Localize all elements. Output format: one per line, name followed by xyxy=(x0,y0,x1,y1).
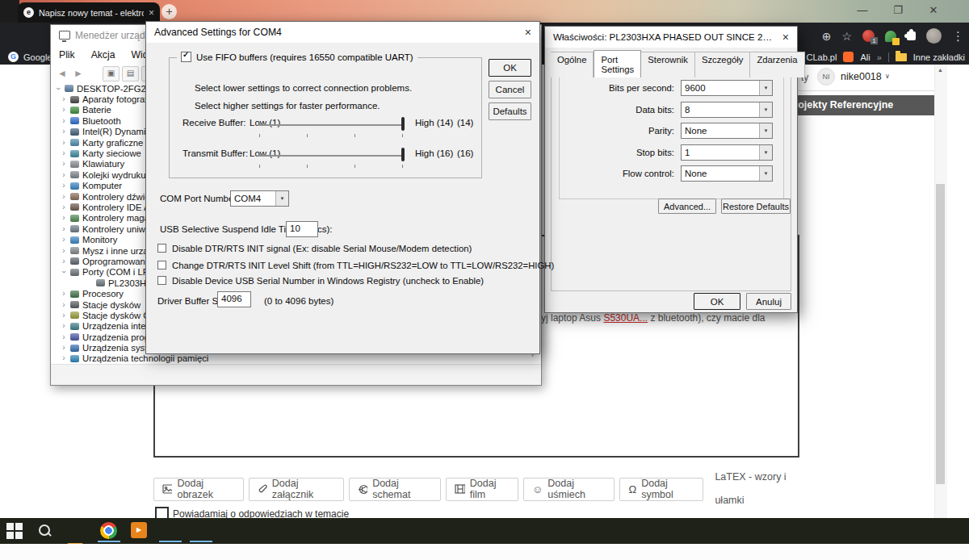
tree-chevron-icon[interactable] xyxy=(61,225,67,233)
dropdown-arrow-icon[interactable]: ▼ xyxy=(759,145,772,160)
dropdown-arrow-icon[interactable]: ▼ xyxy=(759,123,772,138)
tab[interactable]: Sterownik xyxy=(641,52,695,77)
properties-icon[interactable]: ▤ xyxy=(122,66,139,81)
tree-chevron-icon[interactable] xyxy=(61,203,67,211)
menu-kebab-icon[interactable]: ⋮ xyxy=(952,29,964,44)
add-symbol-button[interactable]: Ω Dodaj symbol xyxy=(619,478,703,501)
disable-dtr-checkbox[interactable] xyxy=(157,244,166,253)
user-avatar[interactable]: NI xyxy=(817,68,835,86)
com-port-dropdown[interactable]: COM4 ▼ xyxy=(230,190,289,207)
restore-defaults-button[interactable]: Restore Defaults xyxy=(721,199,791,214)
close-icon[interactable]: × xyxy=(782,27,789,48)
cancel-button[interactable]: Anuluj xyxy=(746,293,791,310)
tree-chevron-icon[interactable] xyxy=(61,182,67,190)
receive-slider-track[interactable] xyxy=(258,124,405,126)
driver-buffer-input[interactable]: 4096 xyxy=(217,291,251,307)
tree-chevron-icon[interactable] xyxy=(61,214,67,222)
profile-avatar[interactable] xyxy=(926,28,942,44)
bookmarks-overflow-chevron[interactable]: » xyxy=(877,52,882,62)
window-minimize-button[interactable]: — xyxy=(854,2,870,19)
tree-chevron-icon[interactable] xyxy=(61,106,67,114)
tree-chevron-icon[interactable] xyxy=(61,354,67,362)
receive-slider-thumb[interactable] xyxy=(401,117,405,131)
tree-chevron-icon[interactable] xyxy=(61,290,67,298)
tree-chevron-icon[interactable] xyxy=(61,301,67,309)
bookmark-clab[interactable]: CLab.pl xyxy=(807,52,837,62)
transmit-slider-thumb[interactable] xyxy=(401,148,405,161)
add-image-button[interactable]: Dodaj obrazek xyxy=(153,478,244,501)
add-film-button[interactable]: Dodaj film xyxy=(446,478,518,501)
forward-icon[interactable]: ► xyxy=(73,68,83,79)
search-button[interactable] xyxy=(36,522,54,540)
tree-chevron-icon[interactable] xyxy=(61,171,67,179)
tree-chevron-icon[interactable] xyxy=(61,311,67,320)
extension-red-icon[interactable]: 1 xyxy=(862,30,875,42)
tree-chevron-icon[interactable] xyxy=(61,236,67,244)
bookmark-ali[interactable]: Ali xyxy=(860,52,870,62)
tree-chevron-icon[interactable] xyxy=(61,322,67,330)
films-tv-icon[interactable]: ▶ xyxy=(131,522,147,538)
field-dropdown[interactable]: 1 ▼ xyxy=(681,144,773,161)
zoom-icon[interactable]: ⊕ xyxy=(822,30,832,43)
tree-chevron-icon[interactable] xyxy=(61,344,67,352)
advanced-titlebar[interactable]: Advanced Settings for COM4 × xyxy=(146,22,539,43)
fifo-checkbox[interactable] xyxy=(181,52,191,62)
tree-chevron-icon[interactable] xyxy=(54,86,62,92)
tree-chevron-icon[interactable] xyxy=(60,269,68,275)
bookmark-star-icon[interactable]: ☆ xyxy=(841,30,852,43)
tree-chevron-icon[interactable] xyxy=(61,193,67,201)
tab[interactable]: Ogólne xyxy=(551,52,594,77)
tree-chevron-icon[interactable] xyxy=(61,149,67,157)
scrollbar-thumb[interactable] xyxy=(936,184,945,484)
add-attachment-button[interactable]: Dodaj załącznik xyxy=(249,478,344,501)
tree-row[interactable]: Urządzenia technologii pamięci xyxy=(51,353,529,364)
user-menu-caret-icon[interactable]: ∨ xyxy=(885,73,890,80)
tree-chevron-icon[interactable] xyxy=(61,139,67,147)
tab[interactable]: Port Settings xyxy=(594,50,641,77)
advanced-button[interactable]: Advanced... xyxy=(658,199,716,214)
field-dropdown[interactable]: None ▼ xyxy=(681,165,773,182)
other-bookmarks-button[interactable]: Inne zakładki xyxy=(913,52,965,62)
window-maximize-button[interactable]: ❐ xyxy=(890,2,906,19)
tree-chevron-icon[interactable] xyxy=(61,333,67,341)
properties-titlebar[interactable]: Właściwości: PL2303HXA PHASED OUT SINCE … xyxy=(545,27,797,48)
start-button[interactable] xyxy=(6,522,24,541)
dropdown-arrow-icon[interactable]: ▼ xyxy=(759,81,772,95)
tree-chevron-icon[interactable] xyxy=(61,95,67,103)
dropdown-arrow-icon[interactable]: ▼ xyxy=(759,102,772,117)
username[interactable]: nike0018 xyxy=(841,71,882,82)
tree-chevron-icon[interactable] xyxy=(61,117,67,125)
usb-suspend-input[interactable]: 10 xyxy=(286,221,318,237)
new-tab-button[interactable]: + xyxy=(162,4,177,19)
ok-button[interactable]: OK xyxy=(489,59,531,77)
add-smiley-button[interactable]: ☺ Dodaj uśmiech xyxy=(523,478,615,501)
menu-item[interactable]: Plik xyxy=(51,47,83,61)
browser-tab[interactable]: e Napisz nowy temat - elektroda.pl × xyxy=(18,2,160,23)
back-icon[interactable]: ◄ xyxy=(57,68,67,79)
tab[interactable]: Szczegóły xyxy=(695,52,751,77)
tree-chevron-icon[interactable] xyxy=(61,257,67,265)
tree-chevron-icon[interactable] xyxy=(61,247,67,255)
field-dropdown[interactable]: 9600 ▼ xyxy=(681,80,773,96)
chrome-icon[interactable] xyxy=(100,522,117,539)
defaults-button[interactable]: Defaults xyxy=(489,102,531,120)
field-dropdown[interactable]: None ▼ xyxy=(681,123,773,139)
extension-green-icon[interactable] xyxy=(885,31,896,42)
tree-chevron-icon[interactable] xyxy=(61,127,67,136)
latex-link[interactable]: LaTEX - wzory i ułamki xyxy=(708,466,808,512)
menu-item[interactable]: Akcja xyxy=(83,47,124,61)
tab[interactable]: Zdarzenia xyxy=(750,52,804,77)
close-icon[interactable]: × xyxy=(525,22,531,43)
add-schematic-button[interactable]: Dodaj schemat xyxy=(349,478,442,501)
tab-close-icon[interactable]: × xyxy=(149,7,154,19)
window-close-button[interactable]: ✕ xyxy=(925,2,942,19)
post-text-link[interactable]: S530UA... xyxy=(603,312,648,324)
transmit-slider-track[interactable] xyxy=(258,155,405,157)
dropdown-arrow-icon[interactable]: ▼ xyxy=(759,166,772,181)
tree-chevron-icon[interactable] xyxy=(61,160,67,168)
extensions-puzzle-icon[interactable] xyxy=(907,31,916,40)
bookmark-google[interactable]: Google xyxy=(23,52,52,62)
ok-button[interactable]: OK xyxy=(694,293,740,310)
cancel-button[interactable]: Cancel xyxy=(489,81,531,98)
console-icon[interactable]: ▣ xyxy=(103,66,120,81)
